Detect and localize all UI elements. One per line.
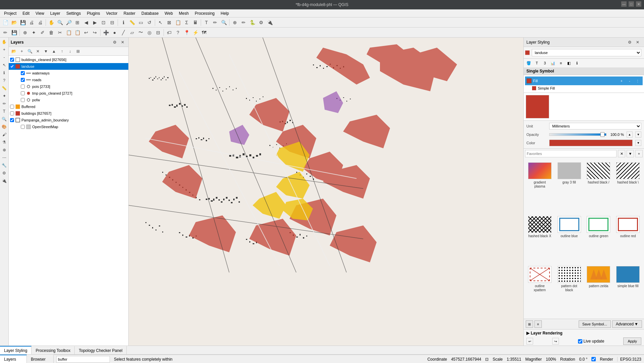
edit-lt-button[interactable]: ✏: [1, 100, 8, 107]
list-view-button[interactable]: ≡: [534, 320, 542, 328]
layer-selector-dropdown[interactable]: landuse: [532, 49, 641, 56]
layer-checkbox-waterways[interactable]: [21, 71, 25, 75]
edit-mode-button[interactable]: ✏: [1, 29, 9, 37]
annotate-button[interactable]: ✏: [211, 18, 219, 27]
offset-button[interactable]: ⊟: [154, 29, 162, 37]
fav-item-outline-blue[interactable]: outline blue: [555, 214, 583, 263]
plugins-button[interactable]: 🔌: [266, 18, 274, 27]
layers-close-button[interactable]: ✕: [119, 39, 126, 46]
layer-checkbox-pampanga[interactable]: [10, 118, 14, 122]
group-layer-button[interactable]: ⊞: [74, 48, 82, 55]
layer-item-landuse[interactable]: landuse: [9, 63, 128, 70]
paint-bucket-tab[interactable]: 🪣: [525, 59, 532, 67]
zoom-select-button[interactable]: ⊟: [108, 18, 116, 27]
menu-database[interactable]: Database: [139, 10, 161, 16]
fav-item-outline-xpattern[interactable]: outlinexpattern: [526, 264, 554, 317]
snap-button[interactable]: ⊕: [21, 29, 29, 37]
simple-fill-tree-item[interactable]: Simple Fill: [525, 85, 643, 91]
measure-area-button[interactable]: ▭: [137, 18, 145, 27]
layer-checkbox-osm[interactable]: [21, 125, 25, 129]
fav-item-hashed-x[interactable]: hashed black X: [526, 214, 554, 263]
ring-button[interactable]: ◎: [145, 29, 153, 37]
menu-web[interactable]: Web: [162, 10, 175, 16]
fav-item-hashed-slash[interactable]: hashed black /: [585, 161, 613, 213]
save-project-button[interactable]: 💾: [19, 18, 27, 27]
print-button[interactable]: 🖨: [36, 18, 44, 27]
layer-item-buildings[interactable]: buildings [827657]: [9, 110, 128, 117]
locator-button[interactable]: 🔍: [220, 18, 228, 27]
layer-styling-config-button[interactable]: ⚙: [626, 39, 633, 46]
layer-checkbox-pofw[interactable]: [21, 98, 25, 102]
add-polygon-button[interactable]: ▱: [128, 29, 136, 37]
color-picker[interactable]: [549, 140, 633, 146]
snap-lt-button[interactable]: ⊕: [1, 146, 8, 154]
zoom-next-button[interactable]: ▶: [91, 18, 99, 27]
advanced-button[interactable]: Advanced ▼: [612, 320, 642, 328]
add-line-button[interactable]: ╱: [119, 29, 127, 37]
opacity-down-button[interactable]: ▼: [635, 132, 641, 138]
save-as-button[interactable]: 🖨: [27, 18, 36, 27]
fav-item-gray-fill[interactable]: gray 3 fill: [555, 161, 583, 213]
collapse-all-button[interactable]: ▲: [50, 48, 58, 55]
fill-tree-item[interactable]: Fill + - ⋮: [525, 76, 643, 85]
menu-vector[interactable]: Vector: [104, 10, 120, 16]
new-project-button[interactable]: 📄: [1, 18, 9, 27]
open-attribute-button[interactable]: 📋: [174, 18, 182, 27]
menu-edit[interactable]: Edit: [20, 10, 32, 16]
rendering-redo-button[interactable]: ↪: [552, 338, 559, 345]
freehand-button[interactable]: 〜: [137, 29, 145, 37]
layer-checkbox-buildings2[interactable]: [10, 111, 14, 115]
fav-item-dot-black[interactable]: pattern dotblack: [555, 264, 583, 317]
select-button[interactable]: ↖: [156, 18, 165, 27]
zoom-in-button[interactable]: 🔍: [56, 18, 64, 27]
layer-item-pampanga[interactable]: Pampanga_admin_boundary: [9, 117, 128, 123]
up-layer-button[interactable]: ↑: [58, 48, 66, 55]
zoom-layer-button[interactable]: ⊡: [100, 18, 108, 27]
remove-layer-button[interactable]: ✕: [34, 48, 42, 55]
search-lt-button[interactable]: 🔍: [1, 115, 8, 123]
identify-lt-button[interactable]: ℹ: [1, 69, 8, 76]
style-lt-button[interactable]: 🎨: [1, 123, 8, 131]
identify-button[interactable]: ℹ: [119, 18, 127, 27]
layer-item-pois[interactable]: pois [2733]: [14, 83, 128, 90]
zoom-in-lt-button[interactable]: +: [1, 46, 8, 53]
rendering-undo-button[interactable]: ↩: [526, 338, 533, 345]
3d-tab[interactable]: 3: [541, 59, 549, 67]
fav-item-outline-red[interactable]: outline red: [614, 214, 642, 263]
map-canvas[interactable]: [129, 38, 523, 346]
select-lt-button[interactable]: ↖: [1, 61, 8, 69]
tab-layers[interactable]: Layers: [0, 355, 27, 363]
layer-checkbox-landuse[interactable]: [10, 64, 14, 68]
extra-lt-button[interactable]: ⚙: [1, 169, 8, 177]
layer-rendering-header[interactable]: ▶ Layer Rendering: [526, 331, 641, 335]
apply-button[interactable]: Apply: [623, 338, 641, 345]
menu-raster[interactable]: Raster: [121, 10, 138, 16]
tab-layer-styling[interactable]: Layer Styling: [0, 346, 31, 354]
measure-lt-button[interactable]: 📏: [1, 85, 8, 92]
layer-checkbox-pois[interactable]: [21, 85, 25, 89]
digitize-button[interactable]: ✏: [240, 18, 248, 27]
python-button[interactable]: 🐍: [248, 18, 256, 27]
metadata-tab[interactable]: ℹ: [573, 59, 581, 67]
layer-item-waterways[interactable]: waterways: [14, 70, 128, 76]
menu-help[interactable]: Help: [218, 10, 232, 16]
label-tab[interactable]: T: [533, 59, 540, 67]
feature-lt-button[interactable]: ✦: [1, 92, 8, 100]
favorites-add-button[interactable]: +: [635, 150, 643, 157]
info-lt-button[interactable]: ?: [1, 77, 8, 84]
layer-item-buffered[interactable]: Buffered: [9, 103, 128, 110]
fav-item-gradient-plasma[interactable]: gradientplasma: [526, 161, 554, 213]
live-update-checkbox[interactable]: [578, 339, 582, 344]
render-checkbox[interactable]: [591, 357, 596, 361]
processing-button[interactable]: ⚙: [257, 18, 265, 27]
pan-map-button[interactable]: ✋: [1, 38, 8, 46]
layers-config-button[interactable]: ⚙: [111, 39, 118, 46]
fav-item-simple-blue[interactable]: simple blue fill: [614, 264, 642, 317]
favorites-search-input[interactable]: [525, 150, 617, 157]
down-layer-button[interactable]: ↓: [66, 48, 74, 55]
menu-layer[interactable]: Layer: [48, 10, 63, 16]
diagram-tab[interactable]: 📊: [549, 59, 557, 67]
gps-button[interactable]: ⊕: [231, 18, 239, 27]
favorites-clear-button[interactable]: ✕: [618, 150, 625, 157]
layer-checkbox-buildings[interactable]: [10, 58, 14, 62]
